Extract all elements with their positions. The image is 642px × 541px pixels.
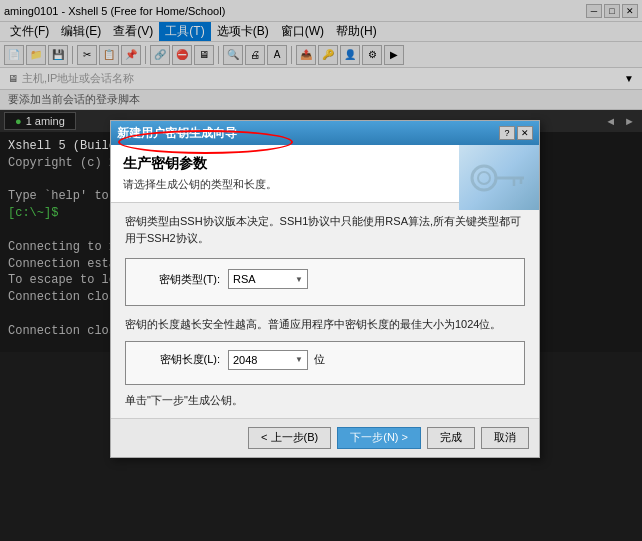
key-length-dropdown-arrow: ▼ [295, 355, 303, 364]
key-type-select[interactable]: RSA ▼ [228, 269, 308, 289]
key-type-row: 密钥类型(T): RSA ▼ [138, 269, 512, 289]
key-length-label: 密钥长度(L): [138, 352, 228, 367]
next-button[interactable]: 下一步(N) > [337, 427, 421, 449]
dialog-help-button[interactable]: ? [499, 126, 515, 140]
key-type-label: 密钥类型(T): [138, 272, 228, 287]
dialog-title-controls: ? ✕ [499, 126, 533, 140]
svg-point-0 [472, 166, 496, 190]
key-length-box: 密钥长度(L): 2048 ▼ 位 [125, 341, 525, 385]
key-generation-dialog: 新建用户密钥生成向导 ? ✕ 生产密钥参数 请选择生成公钥的类型和长度。 密钥类… [110, 120, 540, 458]
dialog-title-bar: 新建用户密钥生成向导 ? ✕ [111, 121, 539, 145]
step-text: 单击"下一步"生成公钥。 [125, 393, 525, 408]
dialog-title: 新建用户密钥生成向导 [117, 125, 237, 142]
key-decorative-icon [469, 158, 529, 198]
finish-button[interactable]: 完成 [427, 427, 475, 449]
key-type-box: 密钥类型(T): RSA ▼ [125, 258, 525, 306]
cancel-button[interactable]: 取消 [481, 427, 529, 449]
dialog-close-button[interactable]: ✕ [517, 126, 533, 140]
svg-point-1 [478, 172, 490, 184]
section1-text: 密钥类型由SSH协议版本决定。SSH1协议中只能使用RSA算法,所有关键类型都可… [125, 213, 525, 246]
key-length-row: 密钥长度(L): 2048 ▼ 位 [138, 350, 512, 370]
key-type-dropdown-arrow: ▼ [295, 275, 303, 284]
key-type-value: RSA [233, 273, 256, 285]
section2-text: 密钥的长度越长安全性越高。普通应用程序中密钥长度的最佳大小为1024位。 [125, 316, 525, 333]
key-length-select[interactable]: 2048 ▼ [228, 350, 308, 370]
dialog-header: 生产密钥参数 请选择生成公钥的类型和长度。 [111, 145, 539, 203]
dialog-footer: < 上一步(B) 下一步(N) > 完成 取消 [111, 418, 539, 457]
prev-button[interactable]: < 上一步(B) [248, 427, 331, 449]
key-length-value: 2048 [233, 354, 257, 366]
dialog-body: 密钥类型由SSH协议版本决定。SSH1协议中只能使用RSA算法,所有关键类型都可… [111, 203, 539, 418]
bit-unit: 位 [314, 352, 325, 367]
dialog-header-image [459, 145, 539, 210]
